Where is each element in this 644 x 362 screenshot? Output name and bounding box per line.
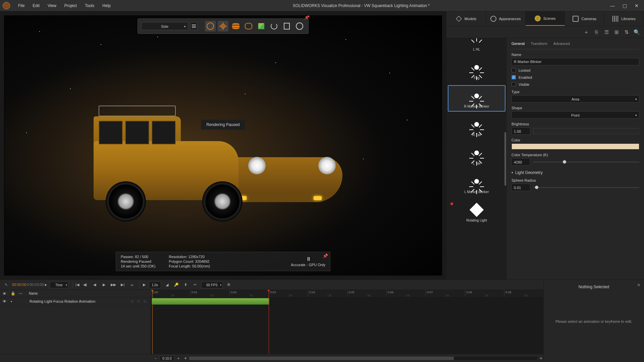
brightness-slider[interactable] xyxy=(533,128,639,134)
menu-project[interactable]: Project xyxy=(60,2,81,9)
turntable-tool[interactable] xyxy=(230,21,241,32)
scene-item-fog[interactable]: Fog xyxy=(448,57,505,83)
play-button[interactable]: ▶ xyxy=(101,282,107,288)
refresh-tool[interactable] xyxy=(269,21,279,32)
cube-tool[interactable] xyxy=(256,21,267,32)
tab-models[interactable]: Models xyxy=(446,11,486,26)
prev-keyframe-button[interactable]: ◁ xyxy=(129,299,135,303)
view-list-button[interactable] xyxy=(190,22,198,30)
minimize-button[interactable]: — xyxy=(608,2,617,9)
track-visibility-icon[interactable]: 👁 xyxy=(3,299,7,303)
add-keyframe-button[interactable]: ◇ xyxy=(136,299,141,303)
zoom-in-button[interactable]: + xyxy=(176,356,181,360)
list-view-button[interactable]: ☰ xyxy=(604,29,609,35)
prev-key-button[interactable]: ◀| xyxy=(82,282,89,288)
step-fwd-button[interactable]: ▶▶ xyxy=(110,282,117,288)
pointer-tool[interactable]: ↖ xyxy=(3,282,9,288)
temp-slider[interactable] xyxy=(533,162,639,163)
prop-tab-advanced[interactable]: Advanced xyxy=(553,42,570,46)
snapshot-tool[interactable] xyxy=(281,21,292,32)
radius-input[interactable]: 0.01 xyxy=(512,184,530,191)
zoom-out-button[interactable]: − xyxy=(153,356,158,360)
tab-cameras[interactable]: Cameras xyxy=(565,11,604,26)
time-mode-select[interactable]: Time xyxy=(50,282,68,288)
shape-select[interactable]: Point xyxy=(512,111,639,119)
curve-header-icon[interactable]: 〰 xyxy=(19,292,23,296)
key-button[interactable]: 🔑 xyxy=(173,282,180,288)
ramp-button[interactable]: ◢ xyxy=(164,282,170,288)
prop-tab-transform[interactable]: Transform xyxy=(531,42,547,46)
track-area[interactable] xyxy=(151,297,543,354)
next-keyframe-button[interactable]: ▷ xyxy=(143,299,148,303)
pin-icon[interactable]: 📌 xyxy=(304,15,310,20)
maximize-button[interactable]: ▢ xyxy=(620,2,629,9)
zoom-value[interactable]: 0:10.0 xyxy=(160,356,174,361)
viewport[interactable]: Side 📌 Rendering Paused Passes: 82 / 500… xyxy=(4,15,442,276)
render-tool[interactable] xyxy=(294,21,305,32)
scene-item-rtail[interactable]: R Tail xyxy=(448,114,505,140)
pause-icon[interactable]: ⏸ xyxy=(306,256,310,262)
settings-button[interactable]: ⚙ xyxy=(225,282,232,288)
lock-header-icon[interactable]: 🔒 xyxy=(11,291,15,296)
menu-file[interactable]: File xyxy=(14,2,29,9)
scene-item-lhl[interactable]: L HL xyxy=(448,40,505,55)
temp-input[interactable]: 4280 xyxy=(512,158,530,166)
light-geometry-header[interactable]: ▾Light Geometry xyxy=(512,170,639,175)
go-start-button[interactable]: |◀ xyxy=(72,282,79,288)
search-button[interactable]: 🔍 xyxy=(634,29,639,35)
loop-button[interactable]: ∞ xyxy=(129,282,136,288)
visibility-header-icon[interactable]: 👁 xyxy=(3,292,7,296)
snap-button[interactable]: ⬍ xyxy=(182,282,189,288)
add-button[interactable]: + xyxy=(584,29,589,35)
grid-view-button[interactable]: ⊞ xyxy=(614,29,619,35)
scene-list[interactable]: L HL Fog xyxy=(446,38,507,280)
scene-item-lmarker[interactable]: L Marker-Blinker xyxy=(448,171,505,197)
prop-tab-general[interactable]: General xyxy=(512,42,525,46)
scroll-right-button[interactable]: ▶ xyxy=(539,357,543,360)
radius-slider[interactable] xyxy=(533,187,639,188)
keyframe-message: Please select an animation or keyframe t… xyxy=(548,319,639,323)
type-select[interactable]: Area xyxy=(512,95,639,103)
playhead[interactable] xyxy=(269,290,269,354)
scene-scrollbar[interactable] xyxy=(504,132,506,186)
menu-view[interactable]: View xyxy=(44,2,60,9)
fps-select[interactable]: 60 FPS xyxy=(201,282,223,288)
viewport-container: Side 📌 Rendering Paused Passes: 82 / 500… xyxy=(0,11,446,280)
cut-button[interactable]: ✂ xyxy=(192,282,199,288)
scene-item-rotating[interactable]: Rotating Light xyxy=(448,199,505,226)
scene-item-ltail[interactable]: L Tail xyxy=(448,142,505,169)
new-button[interactable]: ⎘ xyxy=(594,29,599,35)
enabled-checkbox[interactable]: Enabled xyxy=(512,75,639,79)
orbit-tool[interactable] xyxy=(205,21,216,32)
visible-checkbox[interactable]: Visible xyxy=(512,82,639,86)
stats-pin-icon[interactable]: 📌 xyxy=(323,253,328,258)
go-end-button[interactable]: ▶| xyxy=(119,282,126,288)
animation-clip[interactable] xyxy=(152,298,269,305)
tab-appearances[interactable]: Appearances xyxy=(486,11,526,26)
close-button[interactable]: ✕ xyxy=(632,2,641,9)
center-tool[interactable] xyxy=(218,21,228,32)
tab-scenes[interactable]: Scenes xyxy=(526,11,565,26)
track-name: Rotating Light Focus Rotation Animation xyxy=(19,299,126,303)
scene-item-rmarker[interactable]: R Marker-Blinker xyxy=(448,85,505,112)
speed-input[interactable]: 1.0x xyxy=(149,282,161,288)
track-row[interactable]: 👁 • Rotating Light Focus Rotation Animat… xyxy=(0,297,151,305)
brightness-input[interactable]: 1.00 xyxy=(512,127,530,135)
step-back-button[interactable]: ◀ xyxy=(91,282,98,288)
menu-edit[interactable]: Edit xyxy=(29,2,44,9)
sort-button[interactable]: ⇅ xyxy=(624,29,629,35)
name-input[interactable] xyxy=(512,58,639,65)
locked-checkbox[interactable]: Locked xyxy=(512,68,639,72)
timeline-ruler[interactable]: 0:00310:01310:02310:03310:04310:05310:06… xyxy=(151,290,543,297)
menu-tools[interactable]: Tools xyxy=(81,2,98,9)
tab-libraries[interactable]: Libraries xyxy=(604,11,644,26)
menu-help[interactable]: Help xyxy=(98,2,115,9)
camera-view-select[interactable]: Side xyxy=(141,22,188,30)
scroll-left-button[interactable]: ◀ xyxy=(183,357,187,360)
timeline-scrollbar[interactable] xyxy=(189,357,537,360)
cylinder-tool[interactable] xyxy=(243,21,254,32)
keyframe-close-button[interactable]: ✕ xyxy=(637,283,641,288)
play-range-button[interactable]: ▶ xyxy=(140,282,146,288)
color-swatch[interactable] xyxy=(512,143,639,149)
chevron-down-icon: ▾ xyxy=(512,171,513,174)
